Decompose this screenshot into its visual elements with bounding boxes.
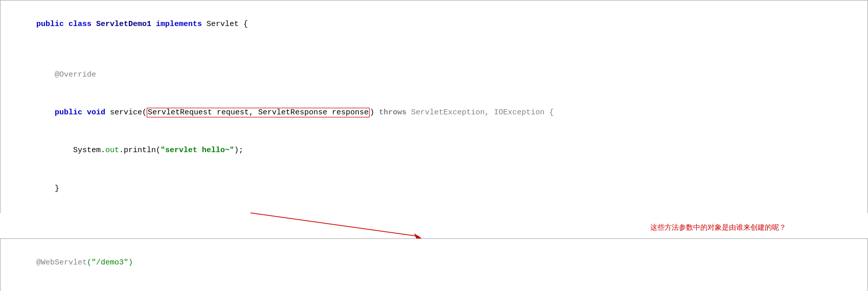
- webservlet-path: ("/demo3"): [87, 258, 133, 267]
- out-field: out: [105, 146, 119, 155]
- kw-public-void: public void: [55, 108, 110, 117]
- string-servlet-hello: "servlet hello~": [161, 146, 234, 155]
- code-line-close1: }: [9, 170, 859, 208]
- keyword-class: class: [68, 20, 96, 29]
- println-call: .println(: [119, 146, 161, 155]
- params-highlight-box: ServletRequest request, ServletResponse …: [147, 108, 370, 117]
- code-line-blank1: [9, 43, 859, 56]
- keyword-public: public: [36, 20, 68, 29]
- method-service: service(ServletRequest request, ServletR…: [110, 108, 379, 117]
- system-out: System.: [36, 146, 105, 155]
- code-line-println: System.out.println("servlet hello~");: [9, 132, 859, 170]
- callout-area: 这些方法参数中的对象是由谁来创建的呢？: [0, 213, 868, 238]
- class-name-servletdemo1: ServletDemo1: [96, 20, 156, 29]
- webservlet-annotation: @WebServlet: [36, 258, 87, 267]
- code-line-service: public void service(ServletRequest reque…: [9, 94, 859, 132]
- bottom-code-section: @WebServlet("/demo3") public class Servl…: [0, 238, 868, 291]
- keyword-implements: implements: [156, 20, 207, 29]
- code-line-1: public class ServletDemo1 implements Ser…: [9, 6, 859, 43]
- close-paren: );: [234, 146, 243, 155]
- close-brace-service: }: [36, 184, 59, 193]
- code-line-override1: @Override: [9, 56, 859, 94]
- callout-text: 这些方法参数中的对象是由谁来创建的呢？: [650, 223, 786, 232]
- arrow-line: [250, 213, 419, 236]
- interface-name: Servlet {: [207, 20, 248, 29]
- b-code-line-webservlet: @WebServlet("/demo3"): [9, 244, 859, 282]
- top-code-section: public class ServletDemo1 implements Ser…: [0, 0, 868, 213]
- throws-exceptions: ServletException, IOException {: [411, 108, 554, 117]
- annotation-override1: @Override: [36, 70, 96, 79]
- b-code-line-class: public class ServletDemo3 extends HttpSe…: [9, 282, 859, 291]
- kw-throws: throws: [379, 108, 411, 117]
- indent: [36, 108, 55, 117]
- code-editor: public class ServletDemo1 implements Ser…: [0, 0, 868, 291]
